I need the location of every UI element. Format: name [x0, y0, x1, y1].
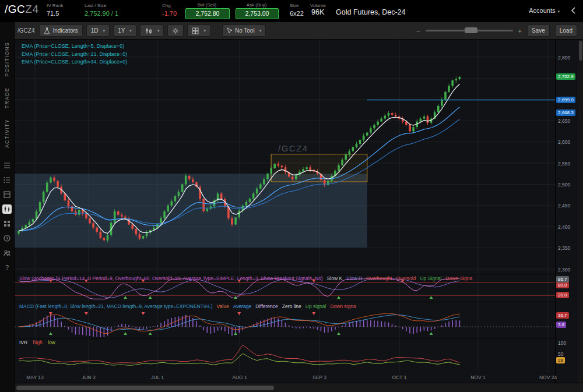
stoch-overbought-bubble: 80.0 [556, 282, 569, 288]
zoom-in-button[interactable]: + [518, 27, 522, 34]
quote-bar: /GCZ4 IV Rank 71.5 Last / Size 2,752.90 … [0, 0, 583, 22]
menu-icon[interactable] [2, 161, 12, 170]
symbol-title: /GCZ4 [5, 3, 38, 16]
chevron-down-icon: ▾ [103, 29, 106, 33]
macd-title: MACD (Fast length=8, Slow length=21, MAC… [19, 303, 213, 309]
bid-button[interactable]: 2,752.80 [185, 8, 230, 19]
cursor-icon [227, 27, 233, 34]
layout-grid-icon [192, 27, 199, 34]
ivr-axis-tick: 50 [558, 351, 563, 357]
sidebar-tab-trade[interactable]: TRADE [4, 87, 10, 109]
drawing-tool-dropdown[interactable]: No Tool ▾ [222, 24, 266, 37]
vertical-scrollbar[interactable] [578, 40, 583, 383]
volume-stat: Volume [310, 3, 326, 8]
time-tick: JUL 1 [145, 375, 170, 380]
horizontal-scrollbar[interactable] [15, 383, 583, 392]
drawing-tool-value: No Tool [235, 27, 255, 34]
chart-type-dropdown[interactable]: ▾ [140, 24, 164, 37]
price-tick: 2,350 [558, 245, 570, 251]
history-icon[interactable] [2, 234, 12, 243]
orders-icon[interactable] [2, 190, 12, 199]
time-tick: OCT 1 [387, 375, 412, 380]
ivr-canvas[interactable] [15, 338, 555, 373]
time-tick: MAY 13 [22, 375, 48, 380]
range-dropdown[interactable]: 1Y▾ [113, 24, 136, 37]
sidebar-icon-group: ? [2, 161, 12, 272]
study-legend-item: Up signal [305, 303, 326, 309]
ivr-panel: IVR high low [15, 338, 555, 373]
chart-toolbar: /GCZ4 Indicators 1D▾ 1Y▾ ▾ ▾ No Tool ▾ −… [0, 22, 583, 40]
ivr-low-label: low [48, 340, 55, 345]
zoom-out-button[interactable]: − [416, 27, 420, 34]
chart-icon[interactable] [2, 204, 12, 214]
change-value: -1.70 [162, 10, 177, 17]
stochastic-title: Slow Stochastic (K Period=14, D Period=9… [19, 276, 323, 281]
study-legend-item: Oversold [396, 276, 416, 281]
last-size-label: Last / Size [85, 3, 118, 8]
time-tick: JUN 3 [76, 375, 101, 380]
price-tick: 2,300 [558, 267, 570, 273]
price-tick: 2,550 [558, 161, 570, 167]
price-axis[interactable]: 2,8002,6502,6002,5502,5002,4502,4002,350… [555, 40, 579, 383]
indicators-label: Indicators [52, 27, 78, 34]
horizontal-scrollbar-thumb[interactable] [16, 386, 274, 390]
change-stat: Chg -1.70 [162, 3, 177, 17]
save-button[interactable]: Save [527, 24, 550, 37]
ema-legend: EMA (Price=CLOSE, Length=5, Displace=0) … [22, 43, 127, 66]
vertical-scrollbar-thumb[interactable] [579, 41, 582, 61]
indicators-button[interactable]: Indicators [39, 24, 82, 37]
price-chart-canvas[interactable] [15, 40, 555, 274]
bid-label: Bid (Sell) [185, 2, 229, 8]
study-legend-item: Up Signal [420, 276, 441, 281]
ask-button[interactable]: 2,753.00 [236, 8, 279, 19]
ask-label: Ask (Buy) [236, 2, 278, 8]
interval-value: 1D [91, 27, 99, 34]
symbol-suffix: Z4 [25, 3, 38, 15]
last-size-stat: Last / Size 2,752.90 / 1 [85, 3, 118, 17]
study-legend-item: Slow K [327, 276, 342, 281]
chevron-down-icon: ▾ [557, 9, 560, 13]
sidebar-tab-activity[interactable]: ACTIVITY [4, 119, 10, 148]
accounts-menu[interactable]: Accounts▾ [529, 7, 560, 14]
app-root: /GCZ4 IV Rank 71.5 Last / Size 2,752.90 … [0, 0, 583, 392]
study-legend-item: Difference [255, 303, 278, 309]
study-legend-item: Value [217, 303, 229, 309]
time-tick: SEP 3 [307, 375, 332, 380]
sidebar-tab-positions[interactable]: POSITIONS [4, 42, 10, 77]
layout-dropdown[interactable]: ▾ [187, 24, 210, 37]
watchlist-icon[interactable] [2, 175, 12, 185]
size-label: Size [290, 3, 304, 8]
time-tick: NOV 1 [465, 375, 491, 380]
time-tick: NOV 24 [535, 375, 561, 380]
iv-rank-value: 71.5 [47, 10, 63, 17]
time-axis: MAY 13JUN 3JUL 1AUG 1SEP 3OCT 1NOV 1NOV … [15, 373, 583, 382]
zoom-slider[interactable] [426, 30, 513, 31]
toolbar-symbol: /GCZ4 [17, 27, 34, 34]
iv-rank-stat: IV Rank 71.5 [47, 3, 63, 17]
gear-icon [172, 27, 179, 34]
chevron-down-icon: ▾ [203, 29, 206, 33]
ivr-title: IVR [19, 340, 27, 345]
social-icon[interactable] [2, 248, 12, 257]
range-value: 1Y [118, 27, 125, 34]
load-button[interactable]: Load [555, 24, 577, 37]
chevron-down-icon: ▾ [259, 29, 262, 33]
stochastic-panel: Slow Stochastic (K Period=14, D Period=9… [15, 274, 555, 302]
price-tick: 2,800 [558, 55, 570, 61]
chart-settings-button[interactable] [167, 24, 184, 37]
toolbar-right-group: − + Save Load [416, 24, 577, 37]
grid-view-icon[interactable] [2, 219, 12, 228]
instrument-description: Gold Futures, Dec-24 [336, 8, 406, 16]
study-legend-item: Average [233, 303, 252, 309]
help-icon[interactable]: ? [2, 263, 12, 272]
stoch-value-bubble: 86.7 [556, 276, 569, 282]
interval-dropdown[interactable]: 1D▾ [86, 24, 110, 37]
chart-watermark: /GCZ4 [278, 143, 308, 153]
stochastic-label-row: Slow Stochastic (K Period=14, D Period=9… [19, 276, 480, 281]
candlestick-icon [145, 27, 153, 34]
collapse-panel-icon[interactable] [570, 6, 576, 17]
macd-diff-bubble: 3.8 [556, 322, 566, 328]
ema-legend-row: EMA (Price=CLOSE, Length=34, Displace=0) [22, 58, 127, 66]
zoom-slider-handle[interactable] [465, 27, 477, 33]
left-sidebar: POSITIONS TRADE ACTIVITY ? [0, 22, 15, 392]
